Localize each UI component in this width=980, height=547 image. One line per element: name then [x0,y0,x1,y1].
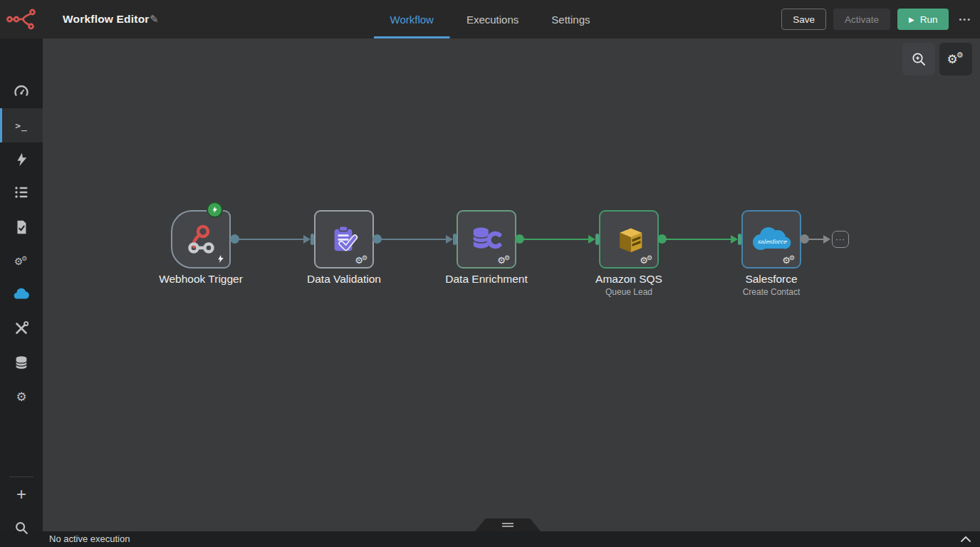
document-check-icon [14,219,29,235]
gears-icon: ⚙⚙ [947,53,964,66]
search-icon [14,520,29,536]
save-button[interactable]: Save [781,9,826,30]
sidebar: >_ ⚙⚙ [0,38,43,531]
webhook-icon [184,222,218,256]
chevron-up-icon[interactable] [960,536,971,543]
output-port-sqs[interactable] [657,234,667,244]
connection-arrow-icon [446,235,453,244]
clipboard-check-icon [329,224,359,254]
connection-arrow-icon [731,235,738,244]
sidebar-item-templates[interactable] [0,211,43,244]
main-tabs: Workflow Executions Settings [374,0,607,38]
input-port-salesforce[interactable] [738,234,741,245]
lightning-icon [211,206,219,214]
bottom-panel-handle[interactable] [475,519,541,531]
add-node-button[interactable]: ··· [832,231,849,248]
lightning-icon [14,152,29,167]
sidebar-divider [9,476,33,477]
output-port-salesforce[interactable] [800,234,809,244]
connection-validation-enrichment[interactable] [377,239,447,240]
sidebar-item-automations[interactable]: ⚙⚙ [0,245,43,278]
status-bar: No active execution [0,531,980,547]
gear-icon: ⚙ [16,391,26,403]
node-data-enrichment[interactable]: ⚙⚙ [457,210,516,269]
output-port-validation[interactable] [372,234,382,244]
gears-icon: ⚙⚙ [14,256,29,267]
play-icon: ▶ [909,16,914,24]
more-options-icon[interactable]: ••• [959,15,971,24]
input-port-validation[interactable] [311,234,314,245]
node-title: Data Enrichment [445,273,527,286]
node-salesforce[interactable]: salesforce ⚙⚙ [741,210,801,269]
drag-handle-icon [502,523,514,524]
connection-enrichment-sqs[interactable] [520,239,590,240]
output-port-webhook[interactable] [230,234,239,244]
node-data-validation[interactable]: ⚙⚙ [314,210,374,269]
terminal-icon: >_ [15,120,28,131]
sidebar-item-cloud[interactable] [0,278,43,311]
database-enrich-icon [471,225,502,254]
amazon-sqs-icon [613,224,645,255]
zoom-in-icon [910,51,927,68]
page-title: Workflow Editor [63,0,150,38]
sidebar-item-tools[interactable] [0,312,43,345]
tab-workflow[interactable]: Workflow [374,0,450,38]
activate-button[interactable]: Activate [833,9,890,30]
workflow-editor-app: Workflow Editor ✎ Workflow Executions Se… [0,0,980,547]
database-icon [14,355,29,370]
node-title: Salesforce [745,273,797,286]
node-subtitle: Queue Lead [605,287,652,297]
header: Workflow Editor ✎ Workflow Executions Se… [0,0,980,38]
cloud-icon [12,285,31,303]
app-logo-icon[interactable] [6,7,38,31]
salesforce-icon: salesforce [749,224,793,254]
connection-arrow-icon [588,235,595,244]
run-button[interactable]: ▶ Run [897,9,949,30]
edit-title-icon[interactable]: ✎ [150,0,159,38]
canvas-zoom-button[interactable] [902,43,935,75]
sidebar-item-dashboard[interactable] [0,75,43,108]
execution-status-text: No active execution [49,531,130,547]
output-port-enrichment[interactable] [515,234,524,244]
canvas-settings-button[interactable]: ⚙⚙ [939,43,972,75]
sidebar-item-settings[interactable]: ⚙ [0,380,43,413]
node-title: Amazon SQS [595,273,662,286]
sidebar-item-triggers[interactable] [0,143,43,176]
sidebar-item-add[interactable]: + [0,478,43,511]
list-icon [13,184,30,201]
node-subtitle: Create Contact [743,287,801,297]
connection-sqs-salesforce[interactable] [662,239,732,240]
input-port-enrichment[interactable] [453,234,457,245]
connection-arrow-icon [823,235,830,244]
node-settings-gears-icon: ⚙⚙ [782,254,796,266]
node-amazon-sqs[interactable]: ⚙⚙ [599,210,659,269]
tab-executions[interactable]: Executions [450,0,535,38]
node-settings-gears-icon: ⚙⚙ [355,254,369,266]
tools-icon [13,320,30,337]
node-settings-gears-icon: ⚙⚙ [640,254,654,266]
run-button-label: Run [920,14,938,25]
node-settings-gears-icon: ⚙⚙ [497,254,511,266]
header-actions: Save Activate ▶ Run ••• [781,0,971,38]
connection-arrow-icon [303,235,311,244]
plus-icon: + [16,486,26,503]
sidebar-item-list[interactable] [0,176,43,209]
sidebar-item-terminal[interactable]: >_ [0,108,43,142]
connection-webhook-validation[interactable] [235,239,305,240]
node-title: Data Validation [307,273,381,286]
input-port-sqs[interactable] [595,234,599,245]
tab-settings[interactable]: Settings [535,0,606,38]
lightning-icon [216,254,225,264]
drag-handle-icon [502,526,514,527]
node-title: Webhook Trigger [159,273,243,286]
sidebar-item-data[interactable] [0,346,43,379]
trigger-badge [207,202,223,218]
sidebar-item-search[interactable] [0,511,43,544]
salesforce-logo-text: salesforce [757,239,787,245]
gauge-icon [13,83,30,100]
